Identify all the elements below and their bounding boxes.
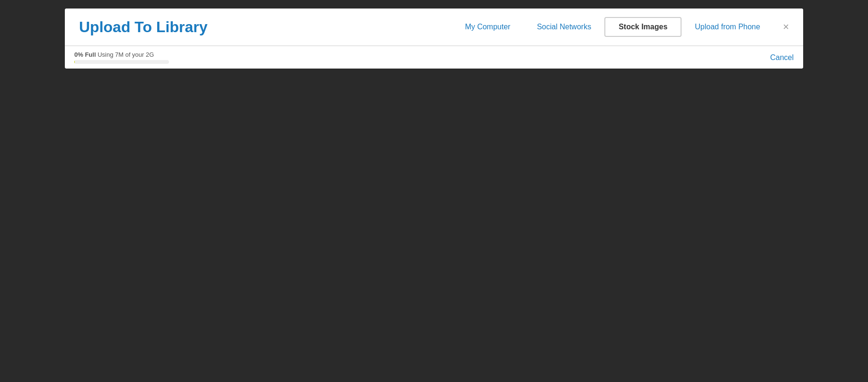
storage-info: 0% Full Using 7M of your 2G xyxy=(74,51,169,64)
storage-detail-label: Using 7M of your 2G xyxy=(97,51,154,58)
tab-stock-images[interactable]: Stock Images xyxy=(604,17,682,37)
storage-text: 0% Full Using 7M of your 2G xyxy=(74,51,169,58)
modal-title: Upload To Library xyxy=(79,18,452,36)
storage-bar-fill xyxy=(74,60,75,64)
storage-percent-label: 0% Full xyxy=(74,51,96,58)
storage-bar-container xyxy=(74,60,169,64)
tab-my-computer[interactable]: My Computer xyxy=(452,18,523,36)
modal-overlay: Upload To Library My Computer Social Net… xyxy=(0,0,868,382)
close-button[interactable]: × xyxy=(783,22,789,32)
cancel-button[interactable]: Cancel xyxy=(770,53,794,62)
modal-header: Upload To Library My Computer Social Net… xyxy=(65,9,803,46)
tab-social-networks[interactable]: Social Networks xyxy=(523,18,604,36)
modal-footer: 0% Full Using 7M of your 2G Cancel xyxy=(65,46,803,69)
modal-tabs: My Computer Social Networks Stock Images… xyxy=(452,17,773,37)
upload-modal: Upload To Library My Computer Social Net… xyxy=(65,9,803,69)
tab-upload-from-phone[interactable]: Upload from Phone xyxy=(682,18,773,36)
